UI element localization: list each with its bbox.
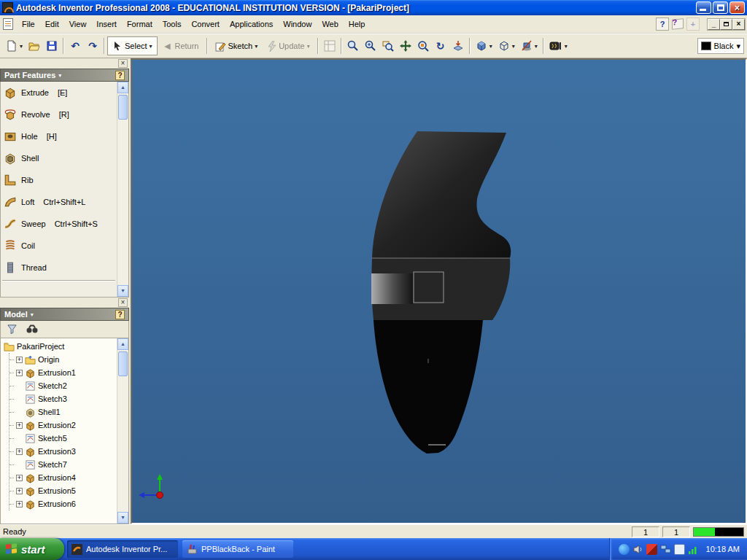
expand-icon[interactable]: + <box>16 357 23 363</box>
task-paint[interactable]: PPBlackBack - Paint <box>182 540 293 558</box>
model-header[interactable]: Model ▾ ? <box>0 308 129 321</box>
graphics-viewport[interactable] <box>131 58 747 524</box>
expand-icon[interactable]: + <box>16 370 23 376</box>
scroll-thumb[interactable] <box>118 95 128 120</box>
model-close-icon[interactable]: × <box>118 298 128 307</box>
analysis-button[interactable]: ▾ <box>546 36 570 55</box>
expand-icon[interactable]: + <box>16 501 23 508</box>
redo-button[interactable]: ↷ <box>84 36 101 55</box>
task-inventor[interactable]: Autodesk Inventor Pr... <box>67 540 178 558</box>
undo-button[interactable]: ↶ <box>66 36 84 55</box>
model-tree-scrollbar[interactable]: ▲ ▼ <box>117 338 128 524</box>
start-button[interactable]: start <box>0 538 64 560</box>
camera-view-button[interactable]: ▾ <box>495 36 518 55</box>
color-style-dropdown[interactable]: Black ▾ <box>697 38 744 54</box>
menu-window[interactable]: Window <box>278 18 317 31</box>
tree-root[interactable]: PakariProject <box>4 340 117 353</box>
model-help-icon[interactable]: ? <box>115 310 125 319</box>
menu-format[interactable]: Format <box>122 18 158 31</box>
feature-revolve[interactable]: Revolve [R] <box>1 104 117 125</box>
part-features-caret-icon[interactable]: ▾ <box>58 72 61 79</box>
tree-item-sketch3[interactable]: Sketch3 <box>9 392 117 405</box>
tree-item-sketch7[interactable]: Sketch7 <box>9 458 117 471</box>
filter-button[interactable] <box>4 322 20 337</box>
menu-view[interactable]: View <box>64 18 92 31</box>
security-tray-icon[interactable] <box>646 544 657 555</box>
feature-rib[interactable]: Rib <box>1 169 117 191</box>
expand-icon[interactable]: + <box>16 448 23 455</box>
zoom-window-button[interactable] <box>379 36 397 55</box>
open-button[interactable] <box>26 36 43 55</box>
feature-shell[interactable]: Shell <box>1 147 117 169</box>
tree-item-extrusion4[interactable]: + Extrusion4 <box>9 471 117 484</box>
scroll-thumb[interactable] <box>118 351 128 376</box>
menu-convert[interactable]: Convert <box>186 18 225 31</box>
feature-thread[interactable]: Thread <box>1 257 117 279</box>
display-style-button[interactable]: ▾ <box>473 36 495 55</box>
feature-loft[interactable]: Loft Ctrl+Shift+L <box>1 191 117 213</box>
messenger-tray-icon[interactable] <box>619 544 630 555</box>
tree-item-extrusion3[interactable]: + Extrusion3 <box>9 445 117 458</box>
capacity-meter <box>693 527 744 537</box>
feature-hole[interactable]: Hole [H] <box>1 125 117 147</box>
signal-tray-icon[interactable] <box>688 544 699 555</box>
tree-item-shell1[interactable]: Shell1 <box>9 405 117 419</box>
child-minimize-button[interactable]: _ <box>708 19 720 30</box>
zoom-selected-button[interactable] <box>414 36 432 55</box>
menu-applications[interactable]: Applications <box>225 18 278 31</box>
app-window: Autodesk Inventor Professional 2008 - ED… <box>0 0 747 560</box>
feature-extrude[interactable]: Extrude [E] <box>1 82 117 104</box>
zoom-button[interactable] <box>362 36 379 55</box>
network-tray-icon[interactable] <box>660 544 671 555</box>
sketch-button[interactable]: Sketch ▾ <box>210 36 263 55</box>
tree-item-extrusion2[interactable]: + Extrusion2 <box>9 419 117 432</box>
menu-tools[interactable]: Tools <box>158 18 187 31</box>
language-tray-icon[interactable] <box>674 544 685 555</box>
axis-triad <box>139 474 163 499</box>
expand-icon[interactable]: + <box>16 488 23 494</box>
feature-separator <box>2 280 115 281</box>
child-restore-button[interactable] <box>720 19 732 30</box>
tree-item-extrusion6[interactable]: + Extrusion6 <box>9 497 117 510</box>
look-at-button[interactable] <box>449 36 467 55</box>
scroll-down-icon[interactable]: ▼ <box>117 512 128 524</box>
scroll-up-icon[interactable]: ▲ <box>117 338 128 350</box>
zoom-all-button[interactable] <box>344 36 362 55</box>
tree-item-sketch2[interactable]: Sketch2 <box>9 379 117 392</box>
expand-icon[interactable]: + <box>16 422 23 429</box>
help-topics-icon[interactable]: ? <box>656 18 669 31</box>
volume-tray-icon[interactable] <box>632 544 643 555</box>
menu-web[interactable]: Web <box>317 18 343 31</box>
restore-button[interactable] <box>713 1 728 14</box>
rotate-button[interactable]: ↻ <box>432 36 449 55</box>
minimize-button[interactable] <box>696 1 711 14</box>
pan-button[interactable] <box>397 36 414 55</box>
select-button[interactable]: Select ▾ <box>107 36 158 55</box>
part-features-help-icon[interactable]: ? <box>115 71 125 80</box>
part-features-close-icon[interactable]: × <box>118 59 128 68</box>
part-features-header[interactable]: Part Features ▾ ? <box>0 69 129 82</box>
feature-sweep[interactable]: Sweep Ctrl+Shift+S <box>1 213 117 235</box>
tree-item-extrusion5[interactable]: + Extrusion5 <box>9 484 117 497</box>
menu-insert[interactable]: Insert <box>91 18 122 31</box>
child-close-button[interactable]: × <box>732 19 745 30</box>
feature-coil[interactable]: Coil <box>1 235 117 257</box>
whats-new-icon[interactable]: ? <box>672 18 684 30</box>
new-file-button[interactable]: ▾ <box>3 36 26 55</box>
tree-item-origin[interactable]: + Origin <box>9 353 117 366</box>
tree-item-extrusion1[interactable]: + Extrusion1 <box>9 366 117 379</box>
tree-item-sketch5[interactable]: Sketch5 <box>9 432 117 445</box>
shadow-button[interactable]: ▾ <box>518 36 541 55</box>
menu-edit[interactable]: Edit <box>40 18 64 31</box>
scroll-down-icon[interactable]: ▼ <box>117 285 128 297</box>
close-button[interactable]: × <box>729 1 745 14</box>
extrusion-icon <box>25 499 36 510</box>
menu-file[interactable]: File <box>17 18 40 31</box>
find-button[interactable] <box>24 322 40 337</box>
scroll-up-icon[interactable]: ▲ <box>117 82 128 93</box>
model-caret-icon[interactable]: ▾ <box>31 311 34 318</box>
save-button[interactable] <box>43 36 61 55</box>
menu-help[interactable]: Help <box>344 18 371 31</box>
part-features-scrollbar[interactable]: ▲ ▼ <box>117 82 128 297</box>
expand-icon[interactable]: + <box>16 475 23 481</box>
